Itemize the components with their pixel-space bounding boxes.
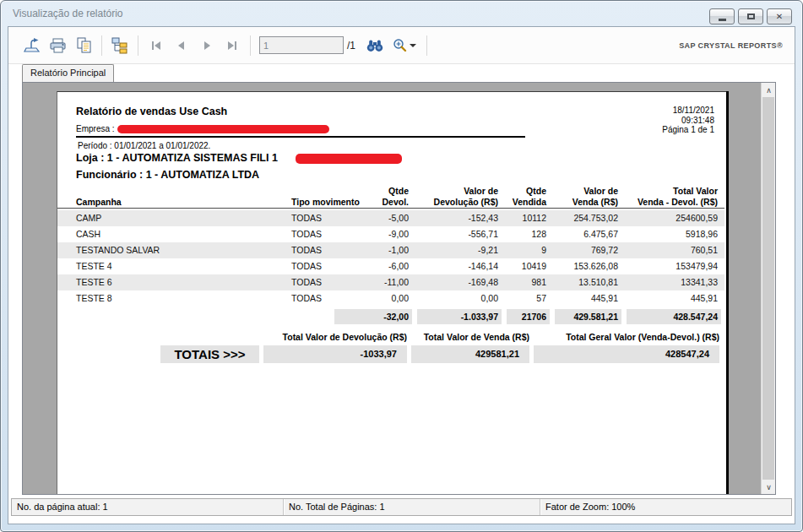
table-row: TESTANDO SALVAR TODAS -1,00 -9,21 9 769,… [57, 242, 724, 258]
cell-total: 5918,96 [623, 226, 718, 242]
scroll-down-button[interactable]: ∨ [762, 480, 776, 494]
totals-value-devolucao: -1033,97 [263, 345, 407, 363]
client-area: /1 S [8, 26, 795, 524]
toolbar-separator [426, 35, 427, 56]
page-number-input[interactable] [259, 36, 344, 54]
brand-label: SAP CRYSTAL REPORTS® [679, 41, 783, 50]
export-icon [24, 37, 42, 53]
minimize-icon [719, 19, 726, 21]
cell-qtde-vendida: 57 [505, 290, 546, 307]
page-total-label: /1 [347, 40, 355, 52]
cell-total: 153479,94 [623, 258, 718, 274]
copy-button[interactable] [71, 34, 96, 57]
cell-valor-venda: 769,72 [551, 242, 618, 258]
totals-header-venda: Total Valor de Venda (R$) [386, 332, 529, 343]
report-viewer-window: Visualização de relatório ✕ [0, 0, 803, 532]
table-row: CASH TODAS -9,00 -556,71 128 6.475,67 59… [57, 226, 724, 242]
window-controls: ✕ [709, 8, 792, 24]
close-button[interactable]: ✕ [767, 8, 792, 24]
toolbar-separator [138, 35, 138, 56]
search-button[interactable] [362, 34, 388, 57]
cell-valor-devol: -9,21 [420, 242, 498, 258]
cell-total: 13341,33 [623, 274, 718, 290]
report-view[interactable]: Relatório de vendas Use Cash Empresa : P… [22, 82, 776, 495]
cell-qtde-vendida: 128 [505, 226, 546, 242]
cell-valor-devol: -169,48 [420, 274, 498, 290]
cell-valor-venda: 445,91 [551, 290, 618, 307]
cell-qtde-vendida: 10112 [505, 210, 546, 226]
totals-value-venda: 429581,21 [411, 345, 529, 363]
print-icon [49, 38, 68, 53]
maximize-button[interactable] [738, 8, 763, 24]
vertical-scrollbar[interactable]: ∧ ∨ [761, 83, 775, 494]
status-bar: No. da página atual: 1 No. Total de Pági… [11, 498, 792, 516]
cell-valor-devol: -556,71 [420, 226, 498, 242]
copy-icon [75, 37, 92, 53]
cell-qtde-devol: -11,00 [336, 274, 409, 290]
tab-relatorio-principal[interactable]: Relatório Principal [22, 64, 114, 82]
export-button[interactable] [20, 34, 46, 57]
scrollbar-thumb[interactable] [762, 97, 774, 480]
subtotal-valor-venda: 429.581,21 [555, 309, 621, 324]
status-zoom-factor: Fator de Zoom: 100% [540, 499, 791, 515]
table-row: TESTE 4 TODAS -6,00 -146,14 10419 153.62… [57, 258, 724, 274]
close-icon: ✕ [776, 13, 783, 21]
zoom-button[interactable] [388, 34, 421, 57]
table-rows: CAMP TODAS -5,00 -152,43 10112 254.753,0… [57, 92, 726, 494]
cell-total: 254600,59 [623, 210, 718, 226]
cell-campanha: TESTANDO SALVAR [76, 242, 287, 258]
cell-qtde-devol: 0,00 [336, 290, 409, 307]
last-page-button[interactable] [220, 34, 245, 57]
cell-qtde-devol: -5,00 [336, 210, 409, 226]
page-shadow [726, 91, 729, 494]
cell-campanha: CASH [76, 226, 287, 242]
binoculars-icon [366, 39, 383, 52]
status-total-pages: No. Total de Páginas: 1 [284, 499, 540, 515]
subtotal-valor-devol: -1.033,97 [417, 309, 502, 324]
group-tree-icon [111, 37, 128, 54]
tab-bar: Relatório Principal [22, 64, 114, 82]
totals-label: TOTAIS >>> [160, 345, 259, 363]
cell-qtde-devol: -1,00 [336, 242, 409, 258]
cell-valor-venda: 13.510,81 [551, 274, 618, 290]
cell-valor-venda: 153.626,08 [551, 258, 618, 274]
cell-qtde-devol: -6,00 [336, 258, 409, 274]
first-page-icon [150, 39, 162, 52]
table-row: CAMP TODAS -5,00 -152,43 10112 254.753,0… [57, 210, 724, 226]
table-row: TESTE 6 TODAS -11,00 -169,48 981 13.510,… [57, 274, 724, 290]
scroll-up-icon: ∧ [766, 86, 772, 95]
cell-valor-venda: 254.753,02 [551, 210, 618, 226]
cell-valor-devol: 0,00 [420, 290, 498, 307]
cell-total: 445,91 [623, 290, 718, 307]
group-tree-toggle-button[interactable] [107, 34, 133, 57]
table-row: TESTE 8 TODAS 0,00 0,00 57 445,91 445,91 [57, 290, 724, 307]
subtotal-total: 428.547,24 [627, 309, 721, 324]
cell-valor-devol: -152,43 [420, 210, 498, 226]
minimize-button[interactable] [709, 8, 735, 24]
scroll-up-button[interactable]: ∧ [762, 83, 776, 97]
cell-campanha: TESTE 4 [76, 258, 287, 274]
next-page-button[interactable] [194, 34, 220, 57]
first-page-button[interactable] [144, 34, 169, 57]
maximize-icon [747, 14, 755, 19]
cell-valor-devol: -146,14 [420, 258, 498, 274]
last-page-icon [226, 39, 238, 52]
titlebar[interactable]: Visualização de relatório ✕ [1, 1, 802, 26]
cell-valor-venda: 6.475,67 [551, 226, 618, 242]
next-page-icon [201, 39, 213, 52]
cell-qtde-vendida: 981 [505, 274, 546, 290]
zoom-dropdown-caret-icon [410, 44, 416, 47]
window-title: Visualização de relatório [13, 8, 123, 19]
cell-campanha: TESTE 8 [76, 290, 287, 307]
scroll-down-icon: ∨ [766, 483, 772, 491]
cell-qtde-vendida: 9 [505, 242, 546, 258]
subtotal-qtde-vendida: 21706 [507, 309, 550, 324]
status-current-page: No. da página atual: 1 [12, 499, 284, 515]
cell-total: 760,51 [623, 242, 718, 258]
print-button[interactable] [46, 34, 71, 57]
cell-qtde-vendida: 10419 [505, 258, 546, 274]
previous-page-button[interactable] [169, 34, 194, 57]
totals-header-devolucao: Total Valor de Devolução (R$) [238, 332, 407, 343]
toolbar-separator [101, 35, 102, 56]
totals-value-geral: 428547,24 [534, 345, 719, 363]
